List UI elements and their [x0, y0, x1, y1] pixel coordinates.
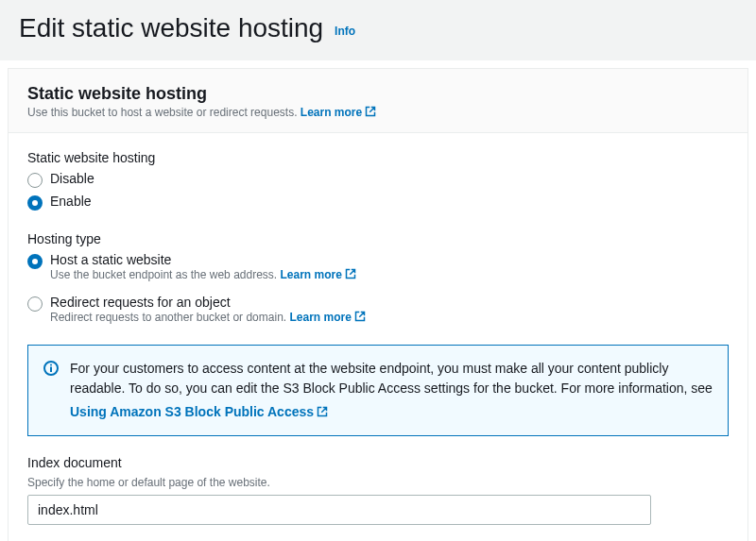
panel-description: Use this bucket to host a website or red… — [27, 106, 729, 119]
radio-circle-icon — [27, 173, 43, 188]
svg-rect-2 — [50, 367, 52, 373]
radio-label-enable: Enable — [50, 194, 92, 209]
block-public-access-link[interactable]: Using Amazon S3 Block Public Access — [70, 402, 713, 422]
radio-label-disable: Disable — [50, 171, 94, 186]
external-link-icon — [354, 311, 366, 322]
radio-disable[interactable]: Disable — [27, 171, 729, 188]
hosting-toggle-label: Static website hosting — [27, 150, 729, 165]
info-link[interactable]: Info — [335, 25, 355, 38]
learn-more-link[interactable]: Learn more — [281, 268, 356, 281]
learn-more-link[interactable]: Learn more — [301, 106, 376, 119]
radio-redirect[interactable]: Redirect requests for an object Redirect… — [27, 295, 729, 324]
index-document-label: Index document — [27, 455, 729, 470]
radio-label-redirect: Redirect requests for an object — [50, 295, 366, 310]
radio-circle-icon — [27, 195, 43, 211]
external-link-icon — [365, 106, 376, 117]
info-box: For your customers to access content at … — [27, 345, 729, 436]
radio-enable[interactable]: Enable — [27, 194, 729, 211]
page-title: Edit static website hosting — [19, 13, 323, 42]
hosting-type-group: Host a static website Use the bucket end… — [27, 252, 729, 324]
radio-sublabel-redirect: Redirect requests to another bucket or d… — [50, 311, 366, 324]
external-link-icon — [317, 406, 328, 417]
static-hosting-panel: Static website hosting Use this bucket t… — [8, 68, 748, 541]
radio-label-host-static: Host a static website — [50, 252, 356, 267]
panel-body: Static website hosting Disable Enable Ho… — [9, 133, 747, 541]
radio-sublabel-host-static: Use the bucket endpoint as the web addre… — [50, 268, 356, 281]
radio-host-static[interactable]: Host a static website Use the bucket end… — [27, 252, 729, 281]
svg-point-1 — [50, 364, 52, 366]
learn-more-link[interactable]: Learn more — [289, 311, 365, 324]
panel-header: Static website hosting Use this bucket t… — [9, 69, 747, 133]
panel-description-text: Use this bucket to host a website or red… — [27, 106, 301, 119]
info-icon — [43, 361, 59, 376]
radio-circle-icon — [27, 296, 43, 312]
external-link-icon — [345, 268, 356, 279]
info-box-text: For your customers to access content at … — [70, 359, 713, 422]
page-header: Edit static website hosting Info — [0, 0, 756, 60]
panel-title: Static website hosting — [27, 84, 729, 104]
index-document-input[interactable] — [27, 495, 651, 525]
radio-circle-icon — [27, 254, 43, 269]
hosting-toggle-group: Disable Enable — [27, 171, 729, 211]
index-document-sublabel: Specify the home or default page of the … — [27, 476, 729, 489]
hosting-type-label: Hosting type — [27, 231, 729, 246]
